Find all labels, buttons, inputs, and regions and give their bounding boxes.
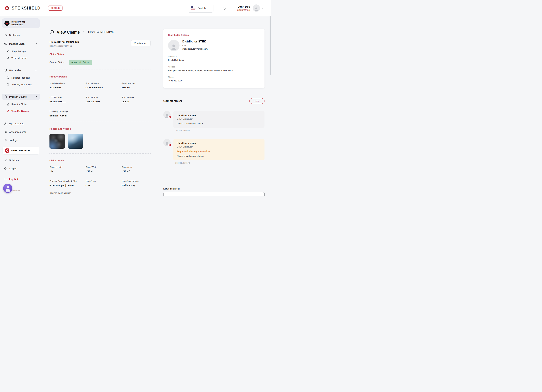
us-flag-icon <box>191 6 195 11</box>
sidebar-item-label: Support <box>9 167 17 170</box>
logs-button[interactable]: Logs <box>249 98 265 104</box>
field-value: Line <box>86 184 121 187</box>
claim-field: Claim Area 1.52 M ² <box>121 166 151 173</box>
distributor-field: Distributor STEK Distributor <box>168 55 260 62</box>
sidebar-item-log-out[interactable]: Log Out <box>2 176 40 182</box>
user-info[interactable]: John Doe Installer Owner <box>237 5 250 11</box>
sidebar-item-label: View My Claims <box>11 110 29 112</box>
comment-item: Distributor STEK STEK Distributor Please… <box>163 111 265 132</box>
main-content: View Claims Claim 24FMCSN0M6 Claim ID: 2… <box>42 16 271 196</box>
chat-widget-button[interactable] <box>3 184 12 193</box>
sidebar-item-announcements[interactable]: Announcements <box>2 129 40 135</box>
damage-closeup-photo[interactable] <box>49 134 65 149</box>
sidebar-item-register-products[interactable]: Register Products <box>2 75 40 81</box>
sidebar-item-warranties[interactable]: Warranties <box>2 67 40 73</box>
sidebar-item-settings[interactable]: Settings <box>2 137 40 143</box>
current-status-label: Current Status <box>49 61 69 64</box>
product-field: LOT Number PF24G04BAC1 <box>49 96 86 103</box>
product-field: Product Size 1.52 M x 10 M <box>86 96 121 103</box>
section-divider <box>49 153 151 154</box>
shop-settings-icon <box>6 50 9 53</box>
shop-avatar <box>5 21 10 26</box>
distributor-identity: Distributor STEK CEO stekdistributor@gma… <box>182 40 208 50</box>
sidebar-item-view-my-warranties[interactable]: View My Warranties <box>2 81 40 88</box>
sidebar-item-solutions[interactable]: Solutions <box>2 157 40 163</box>
product-field: Serial Number 468LK5 <box>121 82 151 89</box>
section-divider <box>49 122 151 122</box>
team-members-icon <box>6 57 9 60</box>
body-row: Installer Shop Micronesia Dashboard Mana… <box>0 16 271 196</box>
sidebar-item-dashboard[interactable]: Dashboard <box>2 32 40 38</box>
stek-3dstudio-label: STEK 3DStudio <box>11 149 30 152</box>
comments-header: Comments (2) Logs <box>163 98 265 104</box>
view-warranty-button[interactable]: View Warranty <box>131 40 151 46</box>
sidebar-item-view-my-claims[interactable]: View My Claims <box>2 108 40 114</box>
warranties-icon <box>4 69 7 72</box>
product-claims-icon <box>4 95 7 98</box>
my-customers-icon <box>4 122 7 125</box>
field-value: 1.52 M <box>86 170 121 173</box>
sidebar-item-support[interactable]: Support <box>2 165 40 172</box>
sidebar-item-shop-settings[interactable]: Shop Settings <box>2 48 40 54</box>
car-bumper-photo[interactable] <box>68 134 83 149</box>
stek-badge-icon <box>168 143 171 146</box>
photos-row <box>49 134 151 149</box>
field-label: Product Area <box>121 96 151 99</box>
claim-status-section: Claim Status Current Status Approved| Re… <box>49 53 151 65</box>
chevron-down-icon <box>208 7 211 10</box>
photos-section: Photos and Videos <box>49 127 151 149</box>
sidebar-item-manage-shop[interactable]: Manage Shop <box>2 41 40 47</box>
header: STEKSHIELD TESTING English John Doe Inst… <box>0 0 271 16</box>
field-label: Claim Area <box>121 166 151 169</box>
stek-3dstudio-banner[interactable]: STEK 3DStudio <box>3 147 39 154</box>
claim-details-section: Claim Details Claim Length 1 M Claim Wid… <box>49 159 151 194</box>
support-icon <box>4 167 7 170</box>
field-label: LOT Number <box>49 96 86 99</box>
field-value: DYNOdamascus <box>86 86 121 89</box>
user-avatar[interactable] <box>253 5 260 12</box>
user-menu-caret-icon[interactable] <box>262 8 264 9</box>
sidebar-item-product-claims[interactable]: Product Claims <box>2 94 40 100</box>
field-label: Product Size <box>86 96 121 99</box>
sidebar-item-label: Product Claims <box>9 95 27 98</box>
sidebar-item-label: View My Warranties <box>11 83 32 86</box>
sidebar-item-label: Announcements <box>9 131 26 133</box>
user-name: John Doe <box>237 5 250 8</box>
leave-comment-input[interactable] <box>163 192 265 196</box>
register-claim-icon <box>6 103 9 106</box>
field-value: 1 M <box>49 170 86 173</box>
claim-field: Issue Type Line <box>86 180 121 187</box>
comment-text: Please provide more photos. <box>177 122 261 125</box>
leave-comment-label: Leave comment <box>163 188 265 190</box>
back-button[interactable] <box>49 30 54 35</box>
sidebar-nav: Dashboard Manage Shop Shop Settings Team… <box>2 32 40 182</box>
logo[interactable]: STEKSHIELD <box>4 6 41 11</box>
claim-field: Claim Length 1 M <box>49 166 86 173</box>
page-scrollbar-thumb[interactable] <box>270 16 271 75</box>
status-badge-main: Approved <box>71 61 81 63</box>
view-claims-icon <box>6 110 9 112</box>
photos-heading: Photos and Videos <box>49 127 151 130</box>
distributor-email: stekdistributor@gmail.com <box>182 48 208 50</box>
sidebar: Installer Shop Micronesia Dashboard Mana… <box>0 16 42 196</box>
comment-bubble: Distributor STEK STEK Distributor Reques… <box>173 139 265 160</box>
comment-timestamp: 2024.05.02 05:44 <box>173 129 265 132</box>
shop-selector[interactable]: Installer Shop Micronesia <box>2 18 40 28</box>
notifications-bell-icon[interactable] <box>222 6 226 10</box>
sidebar-item-label: Dashboard <box>9 34 21 37</box>
sidebar-item-label: Warranties <box>9 69 22 72</box>
stek-3dstudio-logo-icon <box>5 148 9 153</box>
comment-body: Distributor STEK STEK Distributor Reques… <box>173 139 265 164</box>
sidebar-item-team-members[interactable]: Team Members <box>2 55 40 61</box>
sidebar-item-my-customers[interactable]: My Customers <box>2 120 40 127</box>
dashboard-icon <box>4 34 7 37</box>
leave-comment-section: Leave comment <box>163 188 265 196</box>
sidebar-item-register-claim[interactable]: Register Claim <box>2 101 40 107</box>
product-field: Product Name DYNOdamascus <box>86 82 121 89</box>
language-selector[interactable]: English <box>188 4 213 12</box>
sidebar-item-label: Team Members <box>11 57 27 59</box>
comments-title: Comments (2) <box>163 99 182 103</box>
field-value: 2024.05.02 <box>49 86 86 89</box>
chevron-up-icon <box>35 42 38 45</box>
sidebar-item-label: Register Claim <box>11 103 27 106</box>
